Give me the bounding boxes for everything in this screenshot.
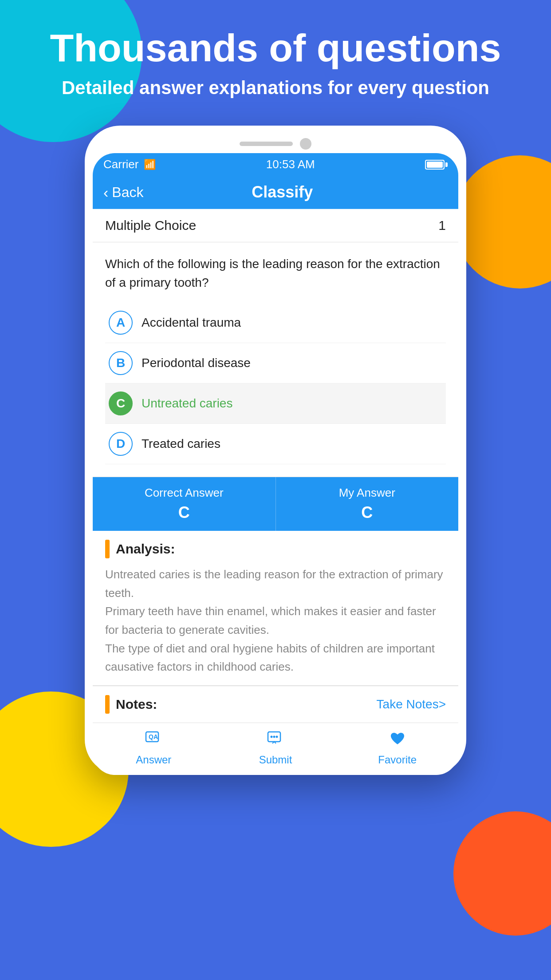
notes-header: Notes: bbox=[105, 695, 157, 714]
svg-text:QA: QA bbox=[149, 733, 158, 740]
favorite-icon bbox=[389, 730, 406, 751]
battery-body bbox=[425, 160, 445, 170]
my-answer-col: My Answer C bbox=[276, 477, 459, 531]
battery-fill bbox=[427, 162, 443, 168]
battery-tip bbox=[445, 162, 448, 167]
option-c[interactable]: C Untreated caries bbox=[105, 383, 446, 424]
option-a[interactable]: A Accidental trauma bbox=[105, 303, 446, 343]
nav-bar: ‹ Back Classify bbox=[93, 176, 458, 209]
tab-favorite-label: Favorite bbox=[378, 754, 417, 766]
notes-bar-indicator bbox=[105, 695, 110, 714]
tab-answer[interactable]: QA Answer bbox=[93, 730, 215, 766]
option-b[interactable]: B Periodontal disease bbox=[105, 343, 446, 383]
question-text: Which of the following is the leading re… bbox=[105, 255, 446, 292]
carrier-label: Carrier bbox=[103, 158, 138, 171]
option-d-circle: D bbox=[109, 432, 133, 456]
notes-section: Notes: Take Notes> bbox=[93, 686, 458, 723]
hero-title: Thousands of questions bbox=[18, 27, 533, 70]
analysis-section: Analysis: Untreated caries is the leadin… bbox=[93, 531, 458, 686]
phone-wrapper: Carrier 📶 10:53 AM ‹ Back Classify bbox=[0, 126, 551, 775]
question-body: Which of the following is the leading re… bbox=[93, 242, 458, 477]
wifi-icon: 📶 bbox=[144, 159, 156, 170]
bg-shape-red-bottom bbox=[453, 811, 551, 936]
back-label: Back bbox=[112, 184, 143, 201]
phone-outer: Carrier 📶 10:53 AM ‹ Back Classify bbox=[85, 126, 466, 775]
hero-subtitle: Detailed answer explanations for every q… bbox=[18, 77, 533, 99]
phone-speaker bbox=[240, 142, 293, 146]
tab-submit[interactable]: Submit bbox=[215, 730, 337, 766]
option-a-circle: A bbox=[109, 311, 133, 335]
option-d-text: Treated caries bbox=[142, 437, 220, 451]
hero-header: Thousands of questions Detailed answer e… bbox=[0, 0, 551, 108]
option-b-circle: B bbox=[109, 351, 133, 375]
svg-point-3 bbox=[271, 735, 273, 738]
answer-results: Correct Answer C My Answer C bbox=[93, 477, 458, 531]
option-b-text: Periodontal disease bbox=[142, 356, 251, 370]
question-number: 1 bbox=[438, 218, 446, 233]
my-answer-value: C bbox=[361, 503, 373, 522]
tab-answer-label: Answer bbox=[136, 754, 171, 766]
phone-camera bbox=[300, 138, 311, 150]
status-left: Carrier 📶 bbox=[103, 158, 156, 171]
my-answer-label: My Answer bbox=[339, 486, 395, 500]
correct-answer-col: Correct Answer C bbox=[93, 477, 276, 531]
chevron-left-icon: ‹ bbox=[103, 184, 108, 201]
question-type-label: Multiple Choice bbox=[105, 218, 196, 233]
analysis-title: Analysis: bbox=[116, 541, 175, 557]
tab-favorite[interactable]: Favorite bbox=[336, 730, 458, 766]
answer-icon: QA bbox=[145, 730, 162, 751]
svg-point-4 bbox=[273, 735, 276, 738]
option-c-text: Untreated caries bbox=[142, 396, 232, 411]
correct-answer-label: Correct Answer bbox=[145, 486, 224, 500]
question-type-bar: Multiple Choice 1 bbox=[93, 209, 458, 242]
submit-icon bbox=[267, 730, 284, 751]
notes-title: Notes: bbox=[116, 697, 157, 712]
tab-bar: QA Answer bbox=[93, 723, 458, 775]
back-button[interactable]: ‹ Back bbox=[103, 184, 143, 201]
time-label: 10:53 AM bbox=[266, 158, 315, 171]
option-d[interactable]: D Treated caries bbox=[105, 424, 446, 464]
phone-screen: Carrier 📶 10:53 AM ‹ Back Classify bbox=[93, 153, 458, 775]
status-bar: Carrier 📶 10:53 AM bbox=[93, 153, 458, 176]
take-notes-link[interactable]: Take Notes> bbox=[377, 697, 446, 711]
option-a-text: Accidental trauma bbox=[142, 316, 241, 330]
analysis-header: Analysis: bbox=[105, 540, 446, 558]
battery-icon bbox=[425, 160, 448, 170]
svg-point-5 bbox=[276, 735, 278, 738]
correct-answer-value: C bbox=[178, 503, 190, 522]
tab-submit-label: Submit bbox=[259, 754, 292, 766]
phone-top-bar bbox=[93, 138, 458, 150]
analysis-bar-indicator bbox=[105, 540, 110, 558]
analysis-text: Untreated caries is the leading reason f… bbox=[105, 565, 446, 676]
nav-title: Classify bbox=[143, 183, 421, 202]
option-c-circle: C bbox=[109, 391, 133, 415]
